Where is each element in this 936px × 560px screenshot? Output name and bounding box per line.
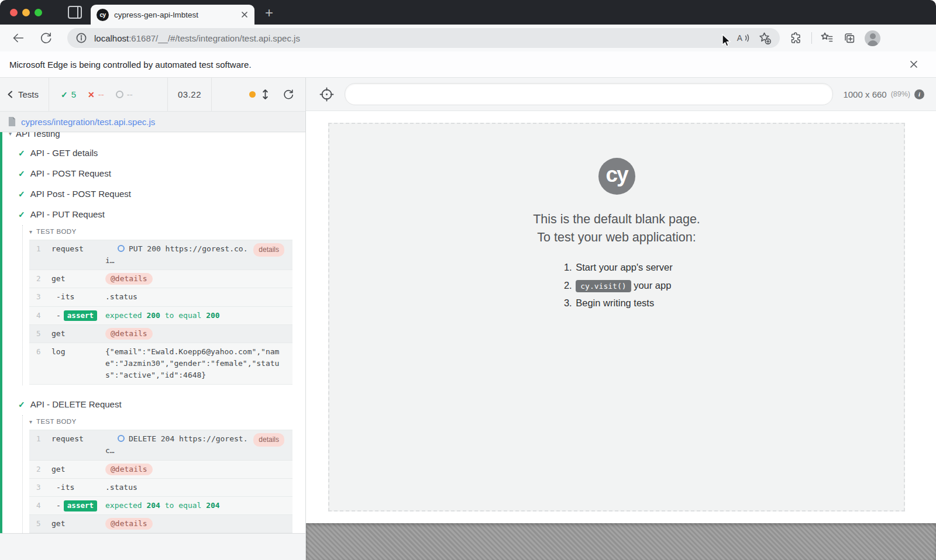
command-row[interactable]: 5get@details (29, 515, 292, 533)
command-row[interactable]: 4-assertexpected 204 to equal 204 (29, 497, 292, 515)
window-zoom-button[interactable] (35, 9, 42, 16)
test-body-toggle[interactable]: ▾TEST BODY (29, 227, 305, 238)
reporter-controls (212, 78, 305, 111)
browser-tab[interactable]: cy cypress-gen-api-lmbtest (91, 5, 254, 25)
test-item: ✓API - PUT Request▾TEST BODY1requestPUT … (2, 204, 305, 385)
test-pass-icon: ✓ (18, 400, 25, 409)
extensions-icon[interactable] (789, 31, 803, 45)
command-method: log (51, 346, 105, 358)
window-minimize-button[interactable] (22, 9, 30, 16)
details-badge[interactable]: details (253, 243, 284, 257)
add-favorite-icon[interactable] (758, 32, 772, 45)
test-title-row[interactable]: ✓API - GET details (2, 143, 305, 163)
failed-stat: ✕ -- (88, 89, 104, 99)
command-message: @details (105, 328, 284, 340)
cypress-app: Tests ✓ 5 ✕ -- -- 03.22 (0, 78, 936, 560)
new-tab-button[interactable]: + (265, 6, 273, 20)
command-message: @details (105, 464, 284, 475)
reload-button[interactable] (39, 31, 53, 46)
profile-avatar[interactable] (865, 30, 880, 46)
test-results-panel: ▾ API Testing ✓API - GET details✓API - P… (0, 132, 305, 533)
test-item: ✓API - DELETE Request▾TEST BODY1requestD… (2, 394, 305, 533)
test-title-row[interactable]: ✓API - DELETE Request (2, 394, 305, 414)
tab-switcher-icon[interactable] (68, 6, 82, 19)
command-method: -assert (51, 310, 105, 322)
passed-count: 5 (71, 89, 76, 99)
command-row[interactable]: 3-its.status (29, 479, 292, 497)
scroll-arrows-icon (260, 88, 270, 101)
command-row[interactable]: 2get@details (29, 270, 292, 288)
reporter-footer (0, 533, 305, 560)
back-button[interactable] (11, 30, 26, 46)
command-number: 1 (29, 433, 51, 444)
viewport-info-icon[interactable]: i (914, 89, 924, 99)
command-row[interactable]: 2get@details (29, 461, 292, 479)
tab-close-icon[interactable] (240, 11, 249, 19)
command-method: request (51, 433, 105, 445)
suite-row[interactable]: ▾ API Testing (2, 132, 305, 143)
command-row[interactable]: 3-its.status (29, 288, 292, 306)
selector-playground-icon[interactable] (319, 87, 335, 102)
test-item: ✓API Post - POST Request (2, 184, 305, 204)
blank-page-line1: This is the default blank page. (329, 210, 904, 229)
alias-badge: @details (105, 464, 153, 475)
step-write-tests: Begin writing tests (574, 294, 672, 312)
test-title-row[interactable]: ✓API - POST Request (2, 163, 305, 184)
command-message: PUT 200 https://gorest.co.i… (105, 243, 249, 267)
auto-scroll-indicator-dot (249, 91, 256, 98)
svg-text:A: A (737, 33, 743, 43)
command-number: 3 (29, 291, 51, 302)
command-row[interactable]: 4-assertexpected 200 to equal 200 (29, 307, 292, 325)
test-item: ✓API - GET details (2, 143, 305, 163)
read-aloud-icon[interactable]: A (736, 31, 750, 45)
command-number: 3 (29, 482, 51, 493)
assert-badge: assert (64, 310, 97, 322)
command-number: 5 (29, 328, 51, 339)
test-item: ✓API - POST Request (2, 163, 305, 184)
test-title: API Post - POST Request (30, 189, 131, 199)
rerun-tests-icon[interactable] (282, 88, 295, 101)
aut-url-input[interactable] (345, 83, 833, 105)
spec-file-bar: cypress/integration/test.api.spec.js (0, 112, 305, 132)
command-message: .status (105, 291, 284, 303)
command-method: get (51, 518, 105, 530)
command-row[interactable]: 6log{"email":"Ewald.Koepp6@yahoo.com","n… (29, 343, 292, 385)
spec-file-link[interactable]: cypress/integration/test.api.spec.js (21, 117, 155, 127)
notification-close-icon[interactable] (909, 60, 918, 69)
pending-stat: -- (116, 89, 133, 99)
caret-down-icon: ▾ (9, 132, 12, 137)
pending-circle-icon (116, 91, 123, 98)
test-body: ▾TEST BODY1requestDELETE 204 https://gor… (22, 415, 305, 533)
command-row[interactable]: 5get@details (29, 325, 292, 343)
aut-header: 1000 x 660 (89%) i (306, 78, 936, 111)
site-info-icon[interactable] (75, 32, 87, 44)
command-log: 1requestPUT 200 https://gorest.co.i…deta… (29, 240, 292, 385)
test-title: API - PUT Request (30, 209, 105, 219)
command-row[interactable]: 1requestDELETE 204 https://gorest.c…deta… (29, 430, 292, 460)
viewport-scale: (89%) (891, 90, 910, 98)
blank-page-heading: This is the default blank page. To test … (329, 210, 904, 247)
suite-title: API Testing (16, 132, 60, 139)
viewport-overflow-stripes (306, 523, 936, 560)
favorites-icon[interactable] (820, 31, 834, 45)
window-close-button[interactable] (10, 9, 18, 16)
auto-scroll-toggle[interactable] (249, 88, 270, 101)
cypress-logo: cy (598, 158, 635, 195)
collections-icon[interactable] (842, 31, 856, 45)
cypress-reporter: Tests ✓ 5 ✕ -- -- 03.22 (0, 78, 306, 560)
command-method: -assert (51, 500, 105, 511)
test-body-toggle[interactable]: ▾TEST BODY (29, 417, 305, 428)
address-bar[interactable]: localhost:61687/__/#/tests/integration/t… (67, 28, 780, 48)
blank-page-line2: To test your web application: (329, 229, 904, 247)
command-row[interactable]: 1requestPUT 200 https://gorest.co.i…deta… (29, 240, 292, 270)
file-icon (8, 116, 16, 127)
test-title-row[interactable]: ✓API - PUT Request (2, 204, 305, 224)
details-badge[interactable]: details (253, 433, 284, 447)
command-message: @details (105, 518, 284, 530)
back-to-tests-button[interactable]: Tests (0, 78, 49, 111)
step-start-server: Start your app's server (574, 258, 672, 276)
url-path: :61687/__/#/tests/integration/test.api.s… (129, 33, 300, 43)
command-method: get (51, 328, 105, 340)
caret-down-icon: ▾ (29, 419, 32, 425)
test-title-row[interactable]: ✓API Post - POST Request (2, 184, 305, 204)
